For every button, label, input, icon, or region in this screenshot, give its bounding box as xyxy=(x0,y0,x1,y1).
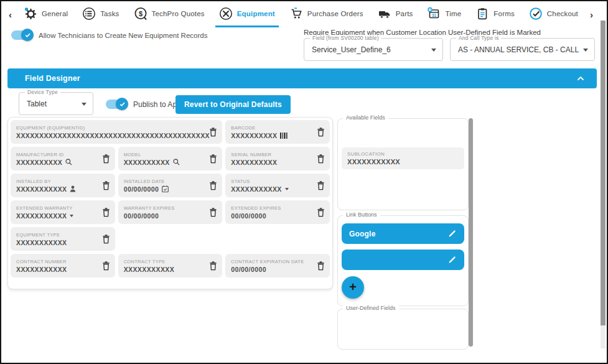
field-card-contract-expiration[interactable]: CONTRACT EXPIRATION DATE 00/00/0000 xyxy=(225,254,330,278)
tab-equipment[interactable]: Equipment xyxy=(215,1,279,27)
chevron-down-icon xyxy=(431,49,436,52)
allow-technicians-row: Allow Technicians to Create New Equipmen… xyxy=(11,30,207,40)
field-designer-header[interactable]: Field Designer xyxy=(7,68,597,88)
device-type-value: Tablet xyxy=(27,100,78,108)
field-value: 00/00/0000 xyxy=(231,266,266,273)
call-type-select[interactable]: And Call Type is AS - ANNUAL SERVICE, CB… xyxy=(450,38,595,61)
field-card-serial-number[interactable]: SERIAL NUMBER XXXXXXXXXX xyxy=(225,147,330,170)
tab-time-label: Time xyxy=(445,10,461,17)
check-circle-icon xyxy=(529,7,543,21)
delete-field-icon[interactable] xyxy=(102,261,110,271)
call-type-select-value: AS - ANNUAL SERVICE, CB - CALL BAC... xyxy=(458,45,579,54)
delete-field-icon[interactable] xyxy=(209,154,217,164)
field-card-equipment-type[interactable]: EQUIPMENT TYPE XXXXXXXXXXX xyxy=(11,227,115,251)
field-value: 00/00/0000 xyxy=(124,212,159,220)
field-designer-title: Field Designer xyxy=(25,74,80,83)
delete-field-icon[interactable] xyxy=(317,261,325,271)
delete-field-icon[interactable] xyxy=(317,181,325,190)
calendar-clock-icon: 31 xyxy=(427,7,441,21)
delete-field-icon[interactable] xyxy=(209,128,217,137)
allow-technicians-toggle[interactable] xyxy=(11,30,32,40)
field-label: STATUS xyxy=(231,179,288,184)
add-link-button[interactable]: + xyxy=(342,276,364,299)
search-icon xyxy=(65,159,72,166)
tab-techpro-quotes-label: TechPro Quotes xyxy=(152,10,205,17)
chevron-down-icon xyxy=(82,103,87,106)
field-value: XXXXXXXXXX xyxy=(16,159,62,166)
chevron-down-icon xyxy=(583,49,588,52)
available-field-sublocation[interactable]: SUBLOCATION XXXXXXXXXXX xyxy=(342,147,464,169)
user-defined-fields-title: User-Defined Fields xyxy=(343,305,399,311)
panel-scrollbar[interactable] xyxy=(469,118,473,347)
tab-purchase-orders[interactable]: Purchase Orders xyxy=(286,1,367,27)
field-label: CONTRACT NUMBER xyxy=(16,259,67,264)
delete-field-icon[interactable] xyxy=(317,154,325,164)
field-label: CONTRACT EXPIRATION DATE xyxy=(231,259,304,264)
dropdown-caret-icon xyxy=(285,188,289,190)
field-value: XXXXXXXXXXX xyxy=(231,185,281,193)
link-button-google[interactable]: Google xyxy=(342,223,464,244)
delete-field-icon[interactable] xyxy=(317,208,325,217)
toggle-check-icon xyxy=(21,29,34,41)
field-card-contract-type[interactable]: CONTRACT TYPE XXXXXXXXXXX xyxy=(118,254,223,278)
field-select-value: Service_User_Define_6 xyxy=(312,45,428,54)
field-card-model[interactable]: MODEL XXXXXXXXXX xyxy=(118,147,223,170)
device-type-label: Device Type xyxy=(25,89,60,95)
field-card-installed-by[interactable]: INSTALLED BY XXXXXXXXXXX xyxy=(11,174,115,197)
delete-field-icon[interactable] xyxy=(209,181,217,190)
field-label: EQUIPMENT (EQUIPMENTID) xyxy=(16,125,205,131)
field-value: XXXXXXXXXXX xyxy=(124,266,174,273)
delete-field-icon[interactable] xyxy=(102,208,110,217)
field-label: EQUIPMENT TYPE xyxy=(16,232,67,238)
window-scrollbar-thumb[interactable] xyxy=(601,21,606,325)
field-card-barcode[interactable]: BARCODE XXXXXXXXXX xyxy=(225,120,330,144)
delete-field-icon[interactable] xyxy=(102,235,110,244)
tab-checkout[interactable]: Checkout xyxy=(525,1,582,27)
field-label: MODEL xyxy=(124,152,180,157)
dollar-quote-icon: $ xyxy=(134,7,147,21)
tab-forms-label: Forms xyxy=(493,10,515,17)
delete-field-icon[interactable] xyxy=(209,208,217,217)
field-card-contract-number[interactable]: CONTRACT NUMBER XXXXXXXXXXX xyxy=(11,254,115,278)
field-card-extended-warranty[interactable]: EXTENDED WARRANTY XXXXXXXXXXX xyxy=(11,200,115,224)
scroll-tabs-left-icon[interactable]: ‹ xyxy=(7,9,13,20)
truck-icon xyxy=(378,7,391,21)
field-card-manufacturer-id[interactable]: MANUFACTURER ID XXXXXXXXXX xyxy=(11,147,115,170)
field-card-extended-expires[interactable]: EXTENDED EXPIRES 00/00/0000 xyxy=(225,200,330,224)
field-value: XXXXXXXXXX xyxy=(231,159,277,166)
tab-time[interactable]: 31 Time xyxy=(423,1,465,27)
edit-pencil-icon[interactable] xyxy=(447,229,457,238)
delete-field-icon[interactable] xyxy=(209,261,217,271)
publish-to-app-toggle[interactable] xyxy=(106,100,127,109)
field-value: XXXXXXXXXXX xyxy=(347,158,400,166)
field-card-status[interactable]: STATUS XXXXXXXXXXX xyxy=(225,174,330,197)
field-select[interactable]: Field (from SV00200 table) Service_User_… xyxy=(304,38,443,61)
link-buttons-title: Link Buttons xyxy=(343,212,380,218)
revert-defaults-button[interactable]: Revert to Original Defaults xyxy=(175,95,291,114)
device-type-select[interactable]: Device Type Tablet xyxy=(19,92,93,115)
tab-techpro-quotes[interactable]: $ TechPro Quotes xyxy=(130,1,208,27)
field-value: 00/00/0000 xyxy=(231,212,266,220)
field-card-installed-date[interactable]: INSTALLED DATE 00/00/0000 xyxy=(118,174,223,197)
collapse-chevron-icon[interactable] xyxy=(577,76,584,81)
search-icon xyxy=(173,159,180,166)
field-value: XXXXXXXXXXX xyxy=(16,212,67,220)
tab-tasks[interactable]: Tasks xyxy=(78,1,123,27)
field-card-equipment[interactable]: EQUIPMENT (EQUIPMENTID) XXXXXXXXXXXXXXXX… xyxy=(11,120,222,144)
tab-forms[interactable]: Forms xyxy=(472,1,518,27)
publish-to-app-label: Publish to App xyxy=(133,100,181,109)
calendar-icon xyxy=(162,185,169,192)
field-label: BARCODE xyxy=(231,125,288,131)
link-button-empty[interactable] xyxy=(342,250,464,270)
field-card-warranty-expires[interactable]: WARRANTY EXPIRES 00/00/0000 xyxy=(118,200,223,224)
delete-field-icon[interactable] xyxy=(102,181,110,190)
dropdown-caret-icon xyxy=(70,215,73,217)
edit-pencil-icon[interactable] xyxy=(447,255,457,264)
tab-general[interactable]: General xyxy=(20,1,72,27)
tab-parts[interactable]: Parts xyxy=(374,1,417,27)
scroll-tabs-right-icon[interactable]: › xyxy=(589,9,594,20)
field-label: EXTENDED EXPIRES xyxy=(231,205,281,211)
tab-tasks-label: Tasks xyxy=(100,10,119,17)
delete-field-icon[interactable] xyxy=(102,154,110,164)
delete-field-icon[interactable] xyxy=(317,128,325,137)
